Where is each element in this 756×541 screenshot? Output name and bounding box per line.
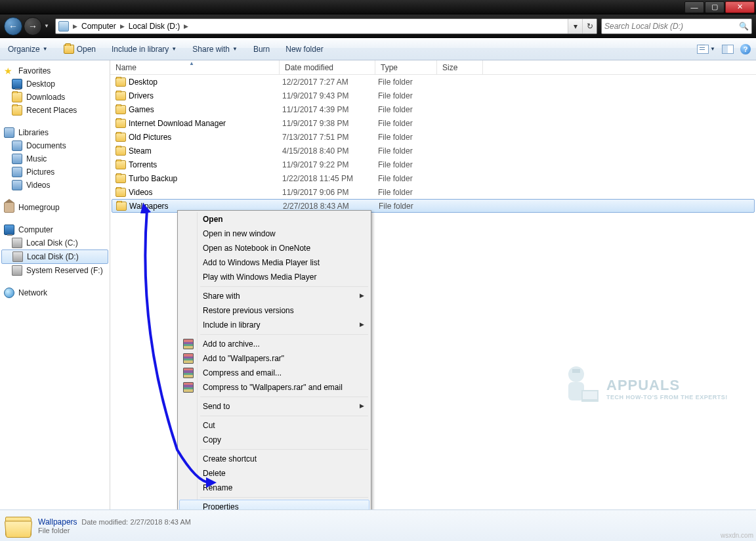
- folder-icon: [12, 92, 22, 102]
- table-row[interactable]: Games11/1/2017 4:39 PMFile folder: [110, 102, 756, 116]
- folder-icon: [116, 119, 126, 128]
- file-date: 11/9/2017 9:22 PM: [282, 160, 378, 169]
- include-library-button[interactable]: Include in library▼: [109, 43, 179, 55]
- folder-icon: [116, 202, 127, 211]
- preview-pane-button[interactable]: [722, 45, 734, 54]
- drive-icon: [12, 251, 23, 262]
- ctx-cut[interactable]: Cut: [179, 418, 369, 433]
- ctx-add-rar[interactable]: Add to "Wallpapers.rar": [179, 351, 369, 366]
- sidebar-item-videos[interactable]: Videos: [0, 179, 110, 192]
- table-row[interactable]: Old Pictures7/13/2017 7:51 PMFile folder: [110, 130, 756, 144]
- corner-watermark: wsxdn.com: [721, 532, 753, 539]
- table-row[interactable]: Torrents11/9/2017 9:22 PMFile folder: [110, 158, 756, 171]
- refresh-button[interactable]: ↻: [582, 19, 597, 33]
- address-bar[interactable]: ▶ Computer ▶ Local Disk (D:) ▶ ▾ ↻: [55, 18, 597, 34]
- ctx-open[interactable]: Open: [179, 212, 369, 227]
- folder-icon: [116, 105, 126, 114]
- ctx-compress-rar-email[interactable]: Compress to "Wallpapers.rar" and email: [179, 380, 369, 395]
- sidebar-homegroup[interactable]: Homegroup: [0, 201, 110, 214]
- file-date: 11/9/2017 9:43 PM: [282, 91, 378, 100]
- maximize-button[interactable]: ▢: [705, 1, 724, 13]
- ctx-add-archive[interactable]: Add to archive...: [179, 337, 369, 351]
- sidebar-item-pictures[interactable]: Pictures: [0, 165, 110, 179]
- ctx-restore-versions[interactable]: Restore previous versions: [179, 303, 369, 318]
- table-row[interactable]: Drivers11/9/2017 9:43 PMFile folder: [110, 89, 756, 102]
- svg-rect-1: [572, 369, 580, 373]
- file-name: Internet Download Manager: [129, 119, 282, 128]
- folder-icon: [116, 146, 126, 156]
- column-type[interactable]: Type: [375, 60, 437, 74]
- sidebar-item-downloads[interactable]: Downloads: [0, 91, 110, 104]
- ctx-play-wmp[interactable]: Play with Windows Media Player: [179, 270, 369, 284]
- ctx-open-onenote[interactable]: Open as Notebook in OneNote: [179, 241, 369, 255]
- archive-icon: [183, 353, 194, 364]
- file-name: Old Pictures: [129, 133, 282, 142]
- column-name[interactable]: Name: [110, 60, 280, 74]
- sidebar-network[interactable]: Network: [0, 286, 110, 299]
- table-row[interactable]: Turbo Backup1/22/2018 11:45 PMFile folde…: [110, 171, 756, 185]
- library-icon: [12, 154, 22, 164]
- sidebar-item-recent[interactable]: Recent Places: [0, 104, 110, 117]
- details-type: File folder: [38, 527, 191, 534]
- sidebar-item-drive-c[interactable]: Local Disk (C:): [0, 236, 110, 249]
- organize-button[interactable]: Organize▼: [5, 43, 51, 55]
- column-size[interactable]: Size: [437, 60, 483, 74]
- folder-icon: [116, 160, 126, 169]
- burn-button[interactable]: Burn: [251, 43, 272, 55]
- breadcrumb-computer[interactable]: Computer: [79, 22, 119, 31]
- chevron-down-icon: ▼: [232, 46, 238, 52]
- ctx-delete[interactable]: Delete: [179, 466, 369, 481]
- ctx-copy[interactable]: Copy: [179, 433, 369, 447]
- back-button[interactable]: ←: [4, 17, 22, 35]
- ctx-open-new-window[interactable]: Open in new window: [179, 227, 369, 241]
- sidebar-favorites[interactable]: ★Favorites: [0, 64, 110, 77]
- sidebar-item-drive-d[interactable]: Local Disk (D:): [1, 249, 108, 264]
- sidebar-item-music[interactable]: Music: [0, 152, 110, 165]
- search-input[interactable]: Search Local Disk (D:) 🔍: [601, 18, 752, 34]
- ctx-share-with[interactable]: Share with▶: [179, 289, 369, 303]
- file-name: Torrents: [129, 160, 282, 169]
- computer-icon: [58, 21, 69, 32]
- file-date: 4/15/2018 8:40 PM: [282, 146, 378, 156]
- ctx-add-wmp[interactable]: Add to Windows Media Player list: [179, 255, 369, 270]
- ctx-send-to[interactable]: Send to▶: [179, 399, 369, 414]
- view-options-button[interactable]: ▼: [697, 45, 715, 54]
- file-type: File folder: [378, 146, 440, 156]
- folder-icon: [116, 188, 126, 197]
- library-icon: [12, 167, 22, 177]
- file-date: 12/2/2017 7:27 AM: [282, 77, 378, 87]
- close-button[interactable]: ✕: [725, 1, 755, 13]
- table-row[interactable]: Videos11/9/2017 9:06 PMFile folder: [110, 185, 756, 199]
- forward-button[interactable]: →: [24, 17, 42, 35]
- table-row[interactable]: Steam4/15/2018 8:40 PMFile folder: [110, 144, 756, 158]
- ctx-create-shortcut[interactable]: Create shortcut: [179, 452, 369, 466]
- new-folder-button[interactable]: New folder: [283, 43, 326, 55]
- share-with-button[interactable]: Share with▼: [190, 43, 240, 55]
- sidebar-item-documents[interactable]: Documents: [0, 139, 110, 152]
- ctx-rename[interactable]: Rename: [179, 481, 369, 495]
- history-dropdown[interactable]: ▼: [42, 20, 51, 33]
- refresh-icon: ↻: [587, 22, 593, 31]
- sidebar-libraries[interactable]: Libraries: [0, 126, 110, 139]
- table-row[interactable]: Internet Download Manager11/9/2017 9:38 …: [110, 116, 756, 130]
- file-date: 11/9/2017 9:38 PM: [282, 119, 378, 128]
- computer-icon: [4, 225, 14, 235]
- address-dropdown[interactable]: ▾: [568, 19, 582, 33]
- sidebar-computer[interactable]: Computer: [0, 223, 110, 236]
- navigation-bar: ← → ▼ ▶ Computer ▶ Local Disk (D:) ▶ ▾ ↻…: [0, 14, 756, 38]
- breadcrumb-drive[interactable]: Local Disk (D:): [126, 22, 183, 31]
- file-date: 1/22/2018 11:45 PM: [282, 174, 378, 183]
- folder-icon: [116, 77, 126, 87]
- ctx-compress-email[interactable]: Compress and email...: [179, 366, 369, 380]
- submenu-arrow-icon: ▶: [360, 321, 364, 328]
- ctx-include-library[interactable]: Include in library▶: [179, 318, 369, 332]
- table-row[interactable]: Desktop12/2/2017 7:27 AMFile folder: [110, 75, 756, 89]
- file-date: 7/13/2017 7:51 PM: [282, 133, 378, 142]
- sidebar-item-desktop[interactable]: Desktop: [0, 77, 110, 91]
- sidebar-item-drive-f[interactable]: System Reserved (F:): [0, 264, 110, 277]
- folder-icon: [116, 91, 126, 100]
- column-date[interactable]: Date modified: [280, 60, 375, 74]
- open-button[interactable]: Open: [61, 43, 98, 55]
- help-button[interactable]: ?: [740, 44, 751, 54]
- minimize-button[interactable]: —: [684, 1, 704, 13]
